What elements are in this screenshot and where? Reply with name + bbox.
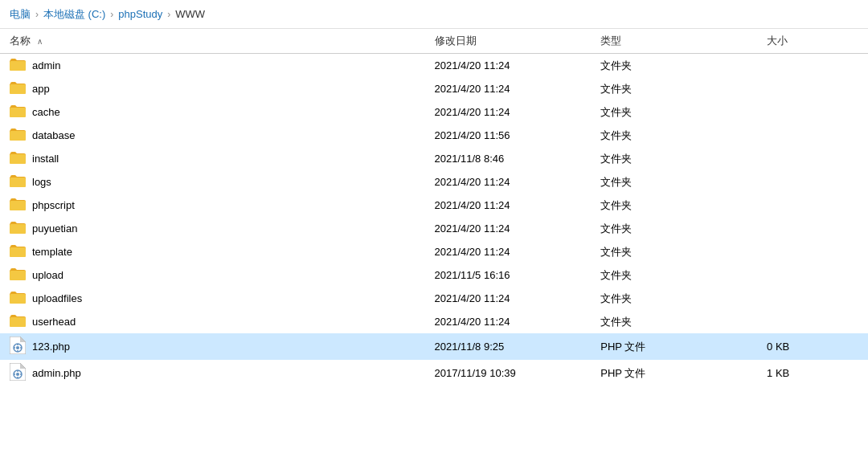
file-type-cell: 文件夹 bbox=[591, 310, 757, 333]
table-row[interactable]: app2021/4/20 11:24文件夹 bbox=[0, 77, 868, 100]
folder-icon bbox=[10, 150, 26, 167]
file-type-cell: 文件夹 bbox=[591, 54, 757, 78]
breadcrumb-separator: › bbox=[167, 9, 170, 20]
svg-rect-5 bbox=[10, 177, 26, 187]
file-type-cell: 文件夹 bbox=[591, 240, 757, 263]
file-size-cell bbox=[757, 100, 868, 124]
col-header-name[interactable]: 名称 ∧ bbox=[0, 29, 425, 54]
svg-rect-7 bbox=[10, 224, 26, 234]
file-name-label: template bbox=[32, 246, 72, 258]
file-date-cell: 2021/4/20 11:24 bbox=[425, 77, 592, 100]
sort-indicator: ∧ bbox=[37, 37, 43, 46]
svg-rect-8 bbox=[10, 247, 26, 257]
file-table: 名称 ∧ 修改日期 类型 大小 admin2021/4/20 11:24文件夹 … bbox=[0, 29, 868, 386]
table-row[interactable]: userhead2021/4/20 11:24文件夹 bbox=[0, 310, 868, 333]
file-size-cell bbox=[757, 170, 868, 194]
col-header-type[interactable]: 类型 bbox=[591, 29, 757, 54]
folder-icon bbox=[10, 243, 26, 260]
table-row[interactable]: uploadfiles2021/4/20 11:24文件夹 bbox=[0, 287, 868, 310]
table-row[interactable]: admin2021/4/20 11:24文件夹 bbox=[0, 54, 868, 78]
file-name-label: cache bbox=[32, 106, 60, 118]
file-date-cell: 2021/4/20 11:24 bbox=[425, 54, 592, 78]
file-type-cell: 文件夹 bbox=[591, 77, 757, 100]
file-name-cell: app bbox=[0, 77, 425, 100]
svg-rect-9 bbox=[10, 271, 26, 280]
file-size-cell bbox=[757, 124, 868, 147]
file-name-label: admin bbox=[32, 59, 60, 71]
file-date-cell: 2021/11/8 8:46 bbox=[425, 147, 592, 170]
file-type-cell: 文件夹 bbox=[591, 147, 757, 170]
file-size-cell bbox=[757, 147, 868, 170]
svg-rect-11 bbox=[10, 317, 26, 327]
file-size-cell bbox=[757, 54, 868, 78]
breadcrumb-item[interactable]: phpStudy bbox=[118, 8, 162, 20]
table-row[interactable]: cache2021/4/20 11:24文件夹 bbox=[0, 100, 868, 124]
file-name-label: logs bbox=[32, 176, 51, 188]
file-type-cell: 文件夹 bbox=[591, 287, 757, 310]
file-name-cell: 123.php bbox=[0, 333, 425, 360]
svg-rect-6 bbox=[10, 201, 26, 210]
file-name-label: userhead bbox=[32, 316, 76, 328]
file-date-cell: 2021/4/20 11:24 bbox=[425, 310, 592, 333]
file-type-cell: 文件夹 bbox=[591, 263, 757, 287]
table-row[interactable]: install2021/11/8 8:46文件夹 bbox=[0, 147, 868, 170]
file-name-cell: cache bbox=[0, 100, 425, 124]
file-date-cell: 2021/4/20 11:24 bbox=[425, 217, 592, 240]
file-size-cell: 0 KB bbox=[757, 333, 868, 360]
table-row[interactable]: database2021/4/20 11:56文件夹 bbox=[0, 124, 868, 147]
file-size-cell: 1 KB bbox=[757, 360, 868, 386]
file-size-cell bbox=[757, 310, 868, 333]
table-row[interactable]: logs2021/4/20 11:24文件夹 bbox=[0, 170, 868, 194]
file-date-cell: 2021/4/20 11:24 bbox=[425, 170, 592, 194]
file-date-cell: 2021/11/5 16:16 bbox=[425, 263, 592, 287]
file-name-label: install bbox=[32, 153, 59, 165]
table-row[interactable]: template2021/4/20 11:24文件夹 bbox=[0, 240, 868, 263]
file-type-cell: 文件夹 bbox=[591, 170, 757, 194]
folder-icon bbox=[10, 313, 26, 330]
folder-icon bbox=[10, 57, 26, 74]
table-row[interactable]: puyuetian2021/4/20 11:24文件夹 bbox=[0, 217, 868, 240]
breadcrumb-item[interactable]: 电脑 bbox=[10, 7, 31, 22]
file-name-label: phpscript bbox=[32, 199, 75, 211]
breadcrumb-item[interactable]: 本地磁盘 (C:) bbox=[43, 7, 105, 22]
file-size-cell bbox=[757, 263, 868, 287]
php-file-icon bbox=[10, 337, 26, 357]
file-name-label: 123.php bbox=[32, 341, 70, 353]
col-header-date[interactable]: 修改日期 bbox=[425, 29, 592, 54]
file-date-cell: 2021/4/20 11:24 bbox=[425, 287, 592, 310]
svg-rect-4 bbox=[10, 154, 26, 164]
table-header: 名称 ∧ 修改日期 类型 大小 bbox=[0, 29, 868, 54]
folder-icon bbox=[10, 267, 26, 284]
folder-icon bbox=[10, 80, 26, 97]
folder-icon bbox=[10, 173, 26, 190]
file-name-cell: logs bbox=[0, 170, 425, 194]
file-size-cell bbox=[757, 217, 868, 240]
svg-point-15 bbox=[16, 346, 19, 349]
svg-point-23 bbox=[16, 373, 19, 376]
folder-icon bbox=[10, 290, 26, 307]
file-name-label: database bbox=[32, 129, 76, 141]
table-row[interactable]: upload2021/11/5 16:16文件夹 bbox=[0, 263, 868, 287]
table-row[interactable]: admin.php2017/11/19 10:39PHP 文件1 KB bbox=[0, 360, 868, 386]
file-name-label: app bbox=[32, 83, 50, 95]
file-name-cell: install bbox=[0, 147, 425, 170]
table-row[interactable]: phpscript2021/4/20 11:24文件夹 bbox=[0, 194, 868, 217]
col-header-size[interactable]: 大小 bbox=[757, 29, 868, 54]
breadcrumb-bar: 电脑 › 本地磁盘 (C:) › phpStudy › WWW bbox=[0, 0, 868, 29]
svg-rect-2 bbox=[10, 108, 26, 117]
file-date-cell: 2021/11/8 9:25 bbox=[425, 333, 592, 360]
file-name-cell: puyuetian bbox=[0, 217, 425, 240]
file-date-cell: 2021/4/20 11:24 bbox=[425, 194, 592, 217]
file-date-cell: 2021/4/20 11:24 bbox=[425, 100, 592, 124]
file-name-cell: admin.php bbox=[0, 360, 425, 386]
file-type-cell: 文件夹 bbox=[591, 217, 757, 240]
svg-rect-1 bbox=[10, 84, 26, 94]
table-row[interactable]: 123.php2021/11/8 9:25PHP 文件0 KB bbox=[0, 333, 868, 360]
file-name-label: uploadfiles bbox=[32, 292, 82, 304]
file-name-label: puyuetian bbox=[32, 222, 77, 235]
svg-rect-3 bbox=[10, 131, 26, 141]
file-type-cell: 文件夹 bbox=[591, 100, 757, 124]
file-name-cell: uploadfiles bbox=[0, 287, 425, 310]
svg-rect-0 bbox=[10, 61, 26, 71]
file-type-cell: 文件夹 bbox=[591, 194, 757, 217]
